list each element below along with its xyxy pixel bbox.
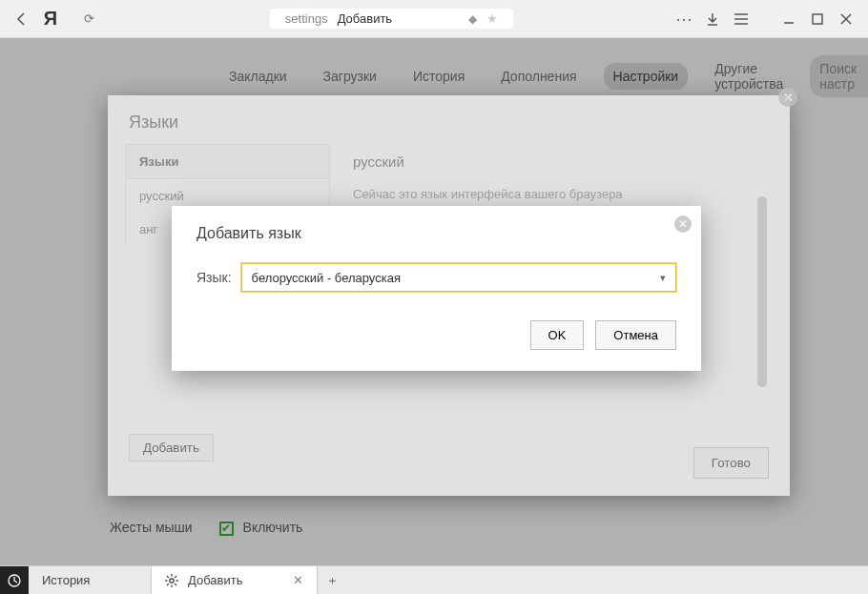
hamburger-icon bbox=[734, 13, 748, 25]
settings-nav: Закладки Загрузки История Дополнения Нас… bbox=[0, 55, 868, 97]
url-grey: settings bbox=[285, 11, 328, 26]
tab-close-icon[interactable]: ✕ bbox=[293, 573, 303, 587]
chevron-down-icon: ▾ bbox=[660, 272, 666, 284]
nav-bookmarks[interactable]: Закладки bbox=[219, 63, 297, 90]
url-title: Добавить bbox=[338, 11, 392, 26]
checkbox-checked-icon: ✔ bbox=[219, 522, 234, 536]
minimize-icon bbox=[783, 13, 795, 25]
menu-button[interactable] bbox=[727, 5, 755, 33]
nav-addons[interactable]: Дополнения bbox=[491, 63, 586, 90]
add-dialog-title: Добавить язык bbox=[196, 225, 676, 242]
nav-downloads[interactable]: Загрузки bbox=[314, 63, 386, 90]
nav-history[interactable]: История bbox=[403, 63, 474, 90]
cancel-button[interactable]: Отмена bbox=[595, 320, 676, 350]
bookmark-star-icon[interactable]: ★ bbox=[486, 11, 498, 26]
address-tab: settings Добавить ◆ ★ bbox=[270, 9, 513, 29]
ok-button[interactable]: OK bbox=[530, 320, 585, 350]
maximize-button[interactable] bbox=[803, 5, 832, 33]
address-bar[interactable]: ⟳ settings Добавить ◆ ★ bbox=[72, 6, 662, 32]
add-dialog-close-button[interactable]: ✕ bbox=[674, 215, 692, 233]
tab-history[interactable]: История bbox=[29, 566, 152, 594]
language-select-label: Язык: bbox=[196, 270, 232, 285]
clock-button[interactable] bbox=[0, 566, 29, 594]
language-select-value: белорусский - беларуская bbox=[252, 271, 401, 285]
tab-label: Добавить bbox=[188, 573, 283, 587]
shield-icon[interactable]: ◆ bbox=[468, 12, 477, 26]
downloads-button[interactable] bbox=[698, 5, 727, 33]
download-icon bbox=[706, 12, 719, 26]
gestures-checkbox-wrap[interactable]: ✔ Включить bbox=[219, 520, 303, 536]
gear-icon bbox=[165, 574, 178, 587]
add-language-dialog: ✕ Добавить язык Язык: белорусский - бела… bbox=[172, 206, 701, 371]
svg-rect-0 bbox=[813, 14, 822, 24]
arrow-left-icon bbox=[14, 11, 30, 27]
language-select[interactable]: белорусский - беларуская ▾ bbox=[241, 263, 676, 292]
more-button[interactable]: ⋯ bbox=[670, 5, 698, 33]
close-window-button[interactable] bbox=[832, 5, 860, 33]
minimize-button[interactable] bbox=[775, 5, 803, 33]
reload-icon[interactable]: ⟳ bbox=[84, 11, 94, 26]
mouse-gestures-row: Жесты мыши ✔ Включить bbox=[110, 520, 302, 536]
gestures-checkbox-label: Включить bbox=[243, 520, 303, 535]
settings-search[interactable]: Поиск настр bbox=[810, 55, 868, 97]
back-button[interactable] bbox=[8, 5, 36, 33]
tab-add[interactable]: Добавить ✕ bbox=[152, 566, 318, 594]
tab-label: История bbox=[42, 573, 137, 587]
browser-toolbar: Я ⟳ settings Добавить ◆ ★ ⋯ bbox=[0, 0, 868, 38]
maximize-icon bbox=[812, 13, 823, 25]
new-tab-button[interactable]: ＋ bbox=[318, 566, 346, 594]
yandex-logo[interactable]: Я bbox=[36, 5, 65, 33]
clock-icon bbox=[8, 574, 21, 587]
close-icon bbox=[840, 13, 852, 25]
nav-settings[interactable]: Настройки bbox=[604, 63, 689, 90]
svg-point-2 bbox=[170, 578, 174, 582]
bottom-tabbar: История Добавить ✕ ＋ bbox=[0, 565, 868, 594]
gestures-label: Жесты мыши bbox=[110, 520, 193, 535]
